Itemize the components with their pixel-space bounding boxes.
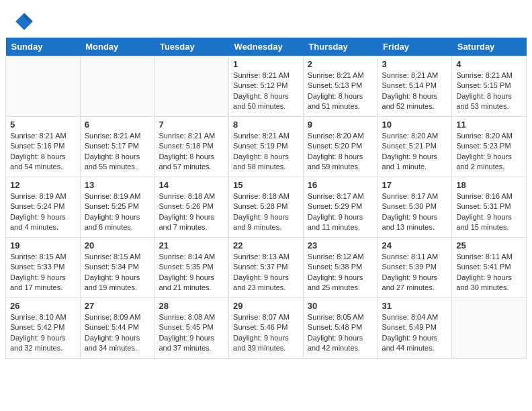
day-cell-23: 23Sunrise: 8:12 AM Sunset: 5:38 PM Dayli…: [303, 238, 378, 298]
day-number: 2: [308, 59, 373, 69]
day-info: Sunrise: 8:18 AM Sunset: 5:26 PM Dayligh…: [159, 191, 224, 233]
day-info: Sunrise: 8:21 AM Sunset: 5:18 PM Dayligh…: [159, 131, 224, 173]
day-number: 21: [159, 240, 224, 250]
day-info: Sunrise: 8:11 AM Sunset: 5:39 PM Dayligh…: [382, 252, 448, 293]
day-cell-6: 6Sunrise: 8:21 AM Sunset: 5:17 PM Daylig…: [80, 117, 154, 177]
day-number: 14: [159, 180, 224, 190]
week-row-3: 19Sunrise: 8:15 AM Sunset: 5:33 PM Dayli…: [6, 238, 527, 298]
day-cell-25: 25Sunrise: 8:11 AM Sunset: 5:41 PM Dayli…: [452, 238, 527, 298]
day-cell-21: 21Sunrise: 8:14 AM Sunset: 5:35 PM Dayli…: [154, 238, 229, 298]
day-cell-12: 12Sunrise: 8:19 AM Sunset: 5:24 PM Dayli…: [6, 177, 81, 238]
day-info: Sunrise: 8:08 AM Sunset: 5:45 PM Dayligh…: [159, 312, 224, 354]
header: [0, 0, 532, 38]
day-cell-18: 18Sunrise: 8:16 AM Sunset: 5:31 PM Dayli…: [452, 177, 527, 238]
day-cell-16: 16Sunrise: 8:17 AM Sunset: 5:29 PM Dayli…: [303, 177, 378, 238]
day-number: 8: [233, 120, 299, 130]
day-cell-11: 11Sunrise: 8:20 AM Sunset: 5:23 PM Dayli…: [452, 117, 527, 177]
day-number: 1: [233, 59, 299, 69]
day-cell-empty: [80, 56, 154, 117]
day-info: Sunrise: 8:21 AM Sunset: 5:12 PM Dayligh…: [233, 71, 299, 112]
calendar-table: SundayMondayTuesdayWednesdayThursdayFrid…: [5, 38, 527, 359]
day-number: 24: [382, 240, 448, 250]
day-info: Sunrise: 8:10 AM Sunset: 5:42 PM Dayligh…: [10, 312, 76, 354]
day-number: 13: [85, 180, 150, 190]
day-number: 15: [233, 180, 299, 190]
day-number: 5: [10, 120, 76, 130]
day-cell-31: 31Sunrise: 8:04 AM Sunset: 5:49 PM Dayli…: [378, 298, 452, 359]
day-info: Sunrise: 8:21 AM Sunset: 5:17 PM Dayligh…: [85, 131, 150, 173]
logo: [13, 11, 38, 32]
day-info: Sunrise: 8:09 AM Sunset: 5:44 PM Dayligh…: [85, 312, 150, 354]
week-row-4: 26Sunrise: 8:10 AM Sunset: 5:42 PM Dayli…: [6, 298, 527, 359]
day-cell-4: 4Sunrise: 8:21 AM Sunset: 5:15 PM Daylig…: [452, 56, 527, 117]
day-number: 28: [159, 301, 224, 311]
day-number: 9: [308, 120, 373, 130]
calendar-wrapper: SundayMondayTuesdayWednesdayThursdayFrid…: [0, 38, 532, 364]
day-info: Sunrise: 8:05 AM Sunset: 5:48 PM Dayligh…: [308, 312, 373, 354]
week-row-2: 12Sunrise: 8:19 AM Sunset: 5:24 PM Dayli…: [6, 177, 527, 238]
day-info: Sunrise: 8:17 AM Sunset: 5:29 PM Dayligh…: [308, 191, 373, 233]
day-number: 16: [308, 180, 373, 190]
day-cell-8: 8Sunrise: 8:21 AM Sunset: 5:19 PM Daylig…: [229, 117, 304, 177]
day-info: Sunrise: 8:20 AM Sunset: 5:21 PM Dayligh…: [382, 131, 448, 173]
day-info: Sunrise: 8:20 AM Sunset: 5:20 PM Dayligh…: [308, 131, 373, 173]
day-cell-26: 26Sunrise: 8:10 AM Sunset: 5:42 PM Dayli…: [6, 298, 81, 359]
day-info: Sunrise: 8:07 AM Sunset: 5:46 PM Dayligh…: [233, 312, 299, 354]
day-info: Sunrise: 8:17 AM Sunset: 5:30 PM Dayligh…: [382, 191, 448, 233]
day-info: Sunrise: 8:11 AM Sunset: 5:41 PM Dayligh…: [456, 252, 522, 293]
day-cell-7: 7Sunrise: 8:21 AM Sunset: 5:18 PM Daylig…: [154, 117, 229, 177]
day-info: Sunrise: 8:21 AM Sunset: 5:13 PM Dayligh…: [308, 71, 373, 112]
header-row: SundayMondayTuesdayWednesdayThursdayFrid…: [6, 38, 527, 56]
day-cell-27: 27Sunrise: 8:09 AM Sunset: 5:44 PM Dayli…: [80, 298, 154, 359]
day-cell-20: 20Sunrise: 8:15 AM Sunset: 5:34 PM Dayli…: [80, 238, 154, 298]
day-cell-13: 13Sunrise: 8:19 AM Sunset: 5:25 PM Dayli…: [80, 177, 154, 238]
day-cell-5: 5Sunrise: 8:21 AM Sunset: 5:16 PM Daylig…: [6, 117, 81, 177]
day-cell-15: 15Sunrise: 8:18 AM Sunset: 5:28 PM Dayli…: [229, 177, 304, 238]
day-cell-29: 29Sunrise: 8:07 AM Sunset: 5:46 PM Dayli…: [229, 298, 304, 359]
week-row-1: 5Sunrise: 8:21 AM Sunset: 5:16 PM Daylig…: [6, 117, 527, 177]
day-info: Sunrise: 8:15 AM Sunset: 5:33 PM Dayligh…: [10, 252, 76, 293]
day-cell-1: 1Sunrise: 8:21 AM Sunset: 5:12 PM Daylig…: [229, 56, 304, 117]
day-header-thursday: Thursday: [303, 38, 378, 56]
day-info: Sunrise: 8:15 AM Sunset: 5:34 PM Dayligh…: [85, 252, 150, 293]
day-info: Sunrise: 8:21 AM Sunset: 5:14 PM Dayligh…: [382, 71, 448, 112]
day-number: 7: [159, 120, 224, 130]
day-number: 10: [382, 120, 448, 130]
day-header-monday: Monday: [80, 38, 154, 56]
day-number: 20: [85, 240, 150, 250]
day-cell-empty: [6, 56, 81, 117]
day-number: 3: [382, 59, 448, 69]
day-cell-22: 22Sunrise: 8:13 AM Sunset: 5:37 PM Dayli…: [229, 238, 304, 298]
day-cell-30: 30Sunrise: 8:05 AM Sunset: 5:48 PM Dayli…: [303, 298, 378, 359]
day-info: Sunrise: 8:21 AM Sunset: 5:16 PM Dayligh…: [10, 131, 76, 173]
day-cell-24: 24Sunrise: 8:11 AM Sunset: 5:39 PM Dayli…: [378, 238, 452, 298]
day-info: Sunrise: 8:20 AM Sunset: 5:23 PM Dayligh…: [456, 131, 522, 173]
day-header-friday: Friday: [378, 38, 452, 56]
day-header-wednesday: Wednesday: [229, 38, 304, 56]
day-number: 25: [456, 240, 522, 250]
day-info: Sunrise: 8:18 AM Sunset: 5:28 PM Dayligh…: [233, 191, 299, 233]
day-info: Sunrise: 8:21 AM Sunset: 5:15 PM Dayligh…: [456, 71, 522, 112]
calendar-body: 1Sunrise: 8:21 AM Sunset: 5:12 PM Daylig…: [6, 56, 527, 359]
day-number: 22: [233, 240, 299, 250]
day-info: Sunrise: 8:14 AM Sunset: 5:35 PM Dayligh…: [159, 252, 224, 293]
day-number: 26: [10, 301, 76, 311]
day-header-sunday: Sunday: [6, 38, 81, 56]
day-cell-9: 9Sunrise: 8:20 AM Sunset: 5:20 PM Daylig…: [303, 117, 378, 177]
day-info: Sunrise: 8:19 AM Sunset: 5:25 PM Dayligh…: [85, 191, 150, 233]
day-header-tuesday: Tuesday: [154, 38, 229, 56]
day-cell-19: 19Sunrise: 8:15 AM Sunset: 5:33 PM Dayli…: [6, 238, 81, 298]
day-number: 29: [233, 301, 299, 311]
day-number: 23: [308, 240, 373, 250]
day-number: 11: [456, 120, 522, 130]
day-cell-empty: [154, 56, 229, 117]
day-info: Sunrise: 8:16 AM Sunset: 5:31 PM Dayligh…: [456, 191, 522, 233]
day-number: 31: [382, 301, 448, 311]
day-cell-14: 14Sunrise: 8:18 AM Sunset: 5:26 PM Dayli…: [154, 177, 229, 238]
day-cell-17: 17Sunrise: 8:17 AM Sunset: 5:30 PM Dayli…: [378, 177, 452, 238]
day-cell-28: 28Sunrise: 8:08 AM Sunset: 5:45 PM Dayli…: [154, 298, 229, 359]
day-number: 27: [85, 301, 150, 311]
day-cell-10: 10Sunrise: 8:20 AM Sunset: 5:21 PM Dayli…: [378, 117, 452, 177]
day-cell-empty: [452, 298, 527, 359]
day-info: Sunrise: 8:04 AM Sunset: 5:49 PM Dayligh…: [382, 312, 448, 354]
